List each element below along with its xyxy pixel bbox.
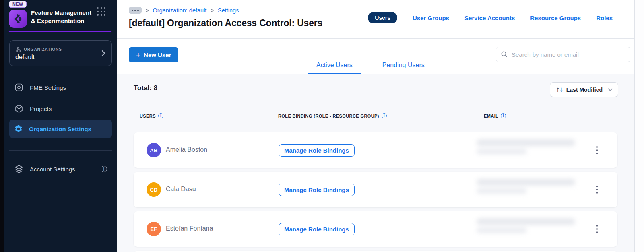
fme-settings-icon: [14, 83, 24, 92]
page-title: [default] Organization Access Control: U…: [129, 18, 322, 29]
avatar: EF: [147, 222, 161, 236]
email-redacted: [477, 179, 575, 194]
search-input[interactable]: [496, 47, 630, 62]
org-selector-value: default: [15, 54, 101, 61]
table-row: CD Cala Dasu Manage Role Bindings: [134, 172, 617, 207]
sidebar-item-label: Account Settings: [30, 166, 75, 173]
tab-active-users[interactable]: Active Users: [308, 62, 361, 74]
info-icon[interactable]: [382, 113, 387, 118]
toolbar: New User Active Users Pending Users: [117, 39, 634, 74]
manage-role-bindings-button[interactable]: Manage Role Bindings: [279, 223, 355, 235]
search-box: [496, 47, 630, 62]
projects-cube-icon: [14, 104, 24, 114]
user-state-tabs: Active Users Pending Users: [308, 62, 433, 74]
breadcrumb-link-settings[interactable]: Settings: [218, 7, 239, 14]
sidebar-divider: [9, 150, 112, 151]
module-grid-icon[interactable]: [96, 6, 107, 17]
tab-roles[interactable]: Roles: [596, 14, 613, 21]
main-area: > Organization: default > Settings [defa…: [117, 0, 635, 252]
page-header: > Organization: default > Settings [defa…: [117, 0, 634, 39]
chevron-right-icon: [101, 50, 106, 57]
sidebar-item-account-settings[interactable]: Account Settings: [9, 161, 112, 177]
chevron-separator-icon: >: [211, 7, 214, 14]
table-column-headers: USERS ROLE BINDING (ROLE - RESOURCE GROU…: [117, 113, 634, 120]
tab-resource-groups[interactable]: Resource Groups: [530, 14, 581, 21]
manage-role-bindings-button[interactable]: Manage Role Bindings: [279, 184, 355, 196]
tab-users[interactable]: Users: [368, 12, 397, 23]
row-menu-kebab-icon[interactable]: [593, 143, 601, 157]
sidebar: NEW Feature Management & Experimentation: [4, 0, 117, 252]
breadcrumb-link-organization[interactable]: Organization: default: [153, 7, 207, 14]
tab-service-accounts[interactable]: Service Accounts: [464, 14, 515, 21]
plus-icon: [136, 51, 140, 59]
fme-logo-icon: [9, 10, 27, 28]
org-tree-icon: [15, 47, 21, 52]
tab-user-groups[interactable]: User Groups: [413, 14, 449, 21]
sort-dropdown[interactable]: Last Modified: [550, 82, 618, 97]
sort-dropdown-value: Last Modified: [566, 87, 604, 93]
table-row: EF Estefan Fontana Manage Role Bindings: [134, 211, 617, 247]
access-control-tabs: Users User Groups Service Accounts Resou…: [368, 12, 613, 23]
layers-icon: [14, 164, 24, 174]
sidebar-item-label: Organization Settings: [29, 126, 91, 132]
total-count: Total: 8: [134, 84, 157, 92]
app-window: NEW Feature Management & Experimentation: [0, 0, 644, 252]
sidebar-item-fme-settings[interactable]: FME Settings: [9, 79, 112, 95]
sidebar-item-organization-settings[interactable]: Organization Settings: [9, 120, 112, 138]
users-table: AB Amelia Boston Manage Role Bindings CD…: [134, 132, 617, 252]
email-redacted: [477, 139, 575, 154]
page-right-gutter: [635, 0, 644, 252]
org-selector[interactable]: ORGANIZATIONS default: [9, 40, 112, 66]
gear-icon: [14, 124, 23, 133]
sidebar-item-label: FME Settings: [30, 84, 66, 91]
user-name: Estefan Fontana: [166, 225, 213, 232]
user-name: Cala Dasu: [166, 186, 196, 193]
breadcrumb: > Organization: default > Settings: [129, 7, 239, 14]
row-menu-kebab-icon[interactable]: [593, 182, 601, 197]
row-menu-kebab-icon[interactable]: [593, 222, 601, 236]
breadcrumb-ellipsis-icon[interactable]: [129, 7, 142, 14]
new-user-button-label: New User: [144, 52, 171, 58]
info-icon[interactable]: [158, 113, 163, 118]
manage-role-bindings-button[interactable]: Manage Role Bindings: [279, 144, 355, 157]
search-icon: [501, 51, 508, 58]
column-header-role-binding: ROLE BINDING (ROLE - RESOURCE GROUP): [278, 113, 387, 118]
sidebar-item-label: Projects: [30, 105, 52, 112]
column-header-users: USERS: [140, 113, 163, 118]
org-selector-text: ORGANIZATIONS default: [15, 46, 101, 61]
new-badge: NEW: [9, 1, 27, 8]
table-row: AB Amelia Boston Manage Role Bindings: [134, 132, 617, 168]
email-redacted: [477, 218, 575, 233]
screen-edge: [0, 0, 4, 252]
avatar: AB: [147, 143, 161, 157]
users-list-panel: Total: 8 Last Modified USERS ROLE BINDIN…: [117, 74, 634, 252]
org-selector-label: ORGANIZATIONS: [24, 47, 62, 52]
new-user-button[interactable]: New User: [129, 47, 178, 62]
info-icon[interactable]: [101, 166, 107, 172]
avatar: CD: [147, 182, 161, 197]
brand-accent-line: [9, 31, 111, 32]
sidebar-item-projects[interactable]: Projects: [9, 101, 112, 117]
user-name: Amelia Boston: [166, 146, 207, 153]
sort-arrows-icon: [555, 87, 562, 93]
chevron-down-icon: [608, 88, 613, 91]
chevron-separator-icon: >: [146, 7, 149, 14]
tab-pending-users[interactable]: Pending Users: [374, 62, 433, 74]
info-icon[interactable]: [501, 113, 506, 118]
product-title: Feature Management & Experimentation: [31, 9, 92, 25]
column-header-email: EMAIL: [484, 113, 506, 118]
